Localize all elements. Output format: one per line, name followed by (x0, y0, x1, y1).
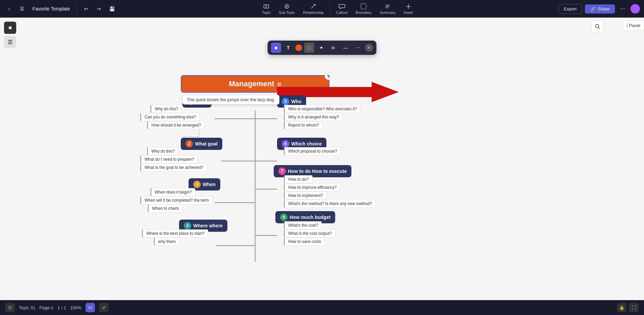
toolbar-topic[interactable]: Topic (258, 2, 274, 16)
ft-mode-button[interactable]: ■ (271, 43, 281, 53)
leaf-hmb-1: What's the cost? (284, 221, 322, 229)
whichchoice-label: Which choice (291, 141, 322, 147)
canvas: ■ T □ ✦ ⊳ — ⋯ × Management ▦ ⇅ (0, 18, 644, 315)
top-bar: ‹ ☰ Favorite Template ↩ ↪ 💾 Topic Sub To… (0, 0, 644, 18)
leaf-why-3: How should it be arranged? (147, 121, 205, 129)
panel-list-button[interactable]: ☰ (4, 36, 16, 48)
leaf-where-1: Where is the best place to start? (142, 229, 208, 238)
save-button[interactable]: 💾 (107, 4, 117, 14)
when-label: When (203, 182, 216, 187)
search-button[interactable] (591, 20, 603, 32)
ft-close-button[interactable]: × (365, 44, 373, 52)
page-label: Page-1 (39, 305, 53, 310)
fullscreen-icon-button[interactable]: ⛶ (629, 303, 639, 312)
node-whatgoal[interactable]: 2 What goal (181, 138, 222, 150)
howmuch-label: How much budget (290, 215, 330, 220)
svg-rect-4 (361, 4, 366, 9)
ft-color-picker[interactable] (295, 44, 302, 51)
ft-more-button[interactable]: ⋯ (353, 43, 363, 53)
left-panel: ■ ☰ (4, 22, 16, 48)
page-range: 1 / 1 (57, 305, 66, 310)
ft-line-button[interactable]: — (341, 43, 351, 53)
howtodo-label: How to do How to execute (288, 168, 347, 174)
redo-button[interactable]: ↪ (94, 4, 104, 14)
who-num: 5 (282, 98, 289, 105)
topic-count: Topic 31 (19, 305, 35, 310)
leaf-htd-1: How to do? (284, 175, 313, 183)
leaf-htd-2: How to improve efficiency? (284, 183, 340, 192)
leaf-when-2: When will it be completed? the term (140, 196, 213, 204)
zoom-level: 100% (70, 305, 81, 310)
leaf-where-2: why there (154, 238, 179, 246)
toolbar-summary[interactable]: Summary (376, 2, 399, 16)
toolbar-sep (330, 3, 330, 15)
chevron-left-icon: 〈 (626, 23, 628, 28)
leaf-when-1: When does it begin? (150, 188, 195, 196)
panel-label: Panel (629, 23, 640, 28)
export-button[interactable]: Export (558, 4, 583, 14)
ft-branch-button[interactable]: ⊳ (328, 43, 339, 53)
leaf-why-2: Can you do something else? (140, 113, 200, 121)
howtodo-num: 7 (278, 167, 286, 175)
where-label: Where where (193, 223, 223, 228)
leaf-why-1: Why do this? (150, 105, 182, 113)
toolbar-callout[interactable]: Callout (333, 2, 351, 16)
toolbar-relationship[interactable]: Relationship (300, 2, 327, 16)
app-title: Favorite Template (30, 6, 73, 12)
top-bar-right: Export 🔗 Share ⋯ (558, 4, 640, 14)
undo-button[interactable]: ↩ (81, 4, 91, 14)
leaf-wg-1: Why do this? (147, 147, 178, 155)
svg-point-3 (286, 6, 288, 7)
panel-grid-button[interactable]: ■ (4, 22, 16, 34)
tooltip-text: The quick brown fox jumps over the lazy … (187, 97, 275, 102)
whichchoice-num: 6 (282, 140, 289, 148)
panel-toggle-button[interactable]: 〈 Panel (623, 20, 644, 30)
leaf-who-1: Who is responsible? Who executes it? (284, 105, 361, 113)
when-num: 3 (193, 181, 201, 188)
leaf-htd-4: What's the method? Is there any new meth… (284, 200, 376, 208)
leaf-who-2: Why is it arranged this way? (284, 113, 343, 121)
ft-border-button[interactable]: □ (304, 43, 314, 53)
leaf-wg-2: What do I need to prepare? (140, 155, 198, 163)
divider (77, 5, 77, 13)
menu-button[interactable]: ☰ (17, 4, 27, 14)
toolbar-subtopic[interactable]: Sub Topic (275, 2, 298, 16)
ft-text-button[interactable]: T (283, 43, 293, 53)
resize-handle[interactable]: ⇅ (325, 72, 332, 80)
leaf-hmb-3: How to save costs (284, 238, 325, 246)
leaf-htd-3: How to implement? (284, 192, 327, 200)
tooltip: The quick brown fox jumps over the lazy … (182, 95, 279, 105)
expand-button[interactable]: ⇗ (99, 303, 108, 312)
leaf-when-3: When to check (148, 204, 182, 212)
where-num: 4 (184, 222, 191, 229)
howmuch-num: 8 (280, 213, 288, 221)
share-icon: 🔗 (590, 6, 596, 12)
central-node-text: Management (229, 80, 274, 88)
toolbar-boundary[interactable]: Boundary (352, 2, 375, 16)
lock-icon-button[interactable]: 🔒 (617, 303, 626, 312)
share-button[interactable]: 🔗 Share (585, 4, 615, 14)
apps-button[interactable]: ⋯ (618, 4, 628, 14)
bottom-right-icons: 🔒 ⛶ (617, 303, 639, 312)
theme-icon-button[interactable]: M (85, 303, 95, 312)
svg-point-2 (285, 4, 289, 8)
who-label: Who (291, 99, 301, 104)
whatgoal-num: 2 (185, 140, 193, 148)
svg-line-25 (598, 27, 600, 29)
floating-toolbar: ■ T □ ✦ ⊳ — ⋯ × (268, 41, 376, 55)
whatgoal-label: What goal (195, 141, 218, 147)
leaf-who-3: Report to whom? (284, 121, 323, 129)
leaf-wg-3: What is the goal to be achieved? (140, 163, 207, 172)
back-button[interactable]: ‹ (4, 4, 14, 14)
toolbar-insert[interactable]: Insert (400, 2, 417, 16)
leaf-wc-1: Which proposal to choose? (284, 147, 341, 155)
leaf-hmb-2: What is the cost output? (284, 229, 336, 238)
bottom-bar: ☷ Topic 31 Page-1 1 / 1 100% M ⇗ 🔒 ⛶ (0, 300, 644, 315)
avatar (630, 4, 640, 14)
ft-connect-button[interactable]: ✦ (316, 43, 326, 53)
svg-point-24 (595, 24, 599, 28)
map-icon-button[interactable]: ☷ (5, 303, 15, 312)
toolbar-center: Topic Sub Topic Relationship Callout Bou… (120, 2, 555, 16)
top-bar-left: ‹ ☰ Favorite Template ↩ ↪ 💾 (4, 4, 117, 14)
